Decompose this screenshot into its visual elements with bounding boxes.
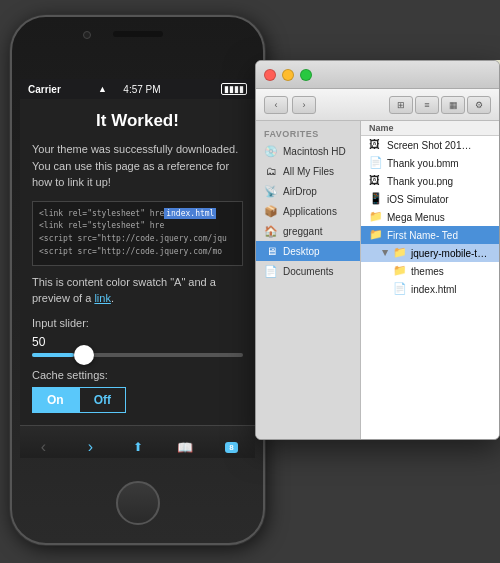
sidebar-label-all-my-files: All My Files (283, 166, 334, 177)
list-view-icon: ≡ (424, 100, 429, 110)
sidebar-label-documents: Documents (283, 266, 334, 277)
home-button[interactable] (116, 481, 160, 525)
slider-section: Input slider: 50 (32, 317, 243, 357)
file-item-jquery-mobile[interactable]: ▶ 📁 jquery-mobile-t… (361, 244, 499, 262)
thank-you-png-label: Thank you.png (387, 176, 453, 187)
forward-icon: › (88, 438, 93, 456)
screenshot-file-icon: 🖼 (369, 138, 383, 152)
back-nav-icon: ‹ (275, 100, 278, 110)
bookmarks-button[interactable]: 📖 (171, 433, 199, 458)
finder-titlebar (256, 61, 499, 89)
file-list: 🖼 Screen Shot 201… 📄 Thank you.bmm 🖼 Tha… (361, 136, 499, 298)
sidebar-label-desktop: Desktop (283, 246, 320, 257)
thank-you-bmm-icon: 📄 (369, 156, 383, 170)
ios-slider[interactable] (32, 353, 243, 357)
minimize-button[interactable] (282, 69, 294, 81)
ios-statusbar: Carrier ▲ 4:57 PM ▮▮▮▮ (20, 79, 255, 99)
thank-you-bmm-label: Thank you.bmm (387, 158, 459, 169)
time-display: 4:57 PM (107, 84, 177, 95)
finder-body: FAVORITES 💿 Macintosh HD 🗂 All My Files … (256, 121, 499, 439)
sidebar-label-macintosh-hd: Macintosh HD (283, 146, 346, 157)
cache-on-button[interactable]: On (32, 387, 79, 413)
ios-content-area[interactable]: It Worked! Your theme was successfully d… (20, 99, 255, 425)
sidebar-item-desktop[interactable]: 🖥 Desktop (256, 241, 360, 261)
all-my-files-icon: 🗂 (264, 164, 278, 178)
slider-thumb[interactable] (74, 345, 94, 365)
slider-value: 50 (32, 335, 243, 349)
iphone-camera (83, 31, 91, 39)
forward-button[interactable]: › (77, 433, 105, 458)
sidebar-label-applications: Applications (283, 206, 337, 217)
sidebar-item-macintosh-hd[interactable]: 💿 Macintosh HD (256, 141, 360, 161)
index-html-label: index.html (411, 284, 457, 295)
greggant-icon: 🏠 (264, 224, 278, 238)
forward-nav-button[interactable]: › (292, 96, 316, 114)
back-button[interactable]: ‹ (30, 433, 58, 458)
ios-link[interactable]: link (94, 292, 111, 304)
first-name-ted-label: First Name- Ted (387, 230, 458, 241)
screenshot-file-label: Screen Shot 201… (387, 140, 472, 151)
favorites-label: FAVORITES (256, 125, 360, 141)
sidebar-item-all-my-files[interactable]: 🗂 All My Files (256, 161, 360, 181)
name-column-header: Name (369, 123, 394, 133)
ios-body-text: Your theme was successfully downloaded. … (32, 141, 243, 191)
carrier-label: Carrier (28, 84, 98, 95)
themes-icon: 📁 (393, 264, 407, 278)
finder-window: ‹ › ⊞ ≡ ▦ ⚙ FAVORITES 💿 Macint (255, 60, 500, 440)
disclosure-triangle: ▶ (381, 249, 390, 257)
close-button[interactable] (264, 69, 276, 81)
file-item-thank-you-png[interactable]: 🖼 Thank you.png (361, 172, 499, 190)
jquery-mobile-icon: 📁 (393, 246, 407, 260)
column-view-button[interactable]: ▦ (441, 96, 465, 114)
themes-label: themes (411, 266, 444, 277)
index-html-icon: 📄 (393, 282, 407, 296)
sidebar-item-documents[interactable]: 📄 Documents (256, 261, 360, 281)
wifi-icon: ▲ (98, 84, 107, 94)
column-header-row: Name (361, 121, 499, 136)
ios-page-title: It Worked! (32, 111, 243, 131)
file-item-ios-simulator[interactable]: 📱 iOS Simulator (361, 190, 499, 208)
maximize-button[interactable] (300, 69, 312, 81)
ios-para2: This is content color swatch "A" and a p… (32, 274, 243, 307)
jquery-mobile-label: jquery-mobile-t… (411, 248, 487, 259)
ios-simulator-icon: 📱 (369, 192, 383, 206)
para2-text: This is content color swatch "A" and a p… (32, 276, 216, 305)
file-item-thank-you-bmm[interactable]: 📄 Thank you.bmm (361, 154, 499, 172)
macintosh-hd-icon: 💿 (264, 144, 278, 158)
sidebar-item-applications[interactable]: 📦 Applications (256, 201, 360, 221)
bookmarks-icon: 📖 (177, 440, 193, 455)
finder-sidebar: FAVORITES 💿 Macintosh HD 🗂 All My Files … (256, 121, 361, 439)
icon-view-button[interactable]: ⊞ (389, 96, 413, 114)
file-item-screenshot[interactable]: 🖼 Screen Shot 201… (361, 136, 499, 154)
iphone-speaker (113, 31, 163, 37)
file-item-mega-menus[interactable]: 📁 Mega Menus (361, 208, 499, 226)
cache-label: Cache settings: (32, 369, 243, 381)
iphone-device: Carrier ▲ 4:57 PM ▮▮▮▮ It Worked! Your t… (10, 15, 265, 545)
cache-section: Cache settings: On Off (32, 369, 243, 413)
cache-off-button[interactable]: Off (79, 387, 126, 413)
finder-file-list[interactable]: Name 🖼 Screen Shot 201… 📄 Thank you.bmm … (361, 121, 499, 439)
ios-toolbar: ‹ › ⬆ 📖 8 (20, 425, 255, 458)
share-button[interactable]: ⬆ (124, 433, 152, 458)
file-item-index-html[interactable]: 📄 index.html (361, 280, 499, 298)
list-view-button[interactable]: ≡ (415, 96, 439, 114)
documents-icon: 📄 (264, 264, 278, 278)
tabs-button[interactable]: 8 (218, 433, 246, 458)
iphone-screen: Carrier ▲ 4:57 PM ▮▮▮▮ It Worked! Your t… (20, 79, 255, 458)
share-icon: ⬆ (133, 440, 143, 454)
applications-icon: 📦 (264, 204, 278, 218)
sidebar-item-airdrop[interactable]: 📡 AirDrop (256, 181, 360, 201)
sidebar-item-greggant[interactable]: 🏠 greggant (256, 221, 360, 241)
sidebar-label-greggant: greggant (283, 226, 322, 237)
slider-label: Input slider: (32, 317, 243, 329)
icon-view-icon: ⊞ (397, 100, 405, 110)
airdrop-icon: 📡 (264, 184, 278, 198)
desktop-icon: 🖥 (264, 244, 278, 258)
slider-fill (32, 353, 74, 357)
back-nav-button[interactable]: ‹ (264, 96, 288, 114)
file-item-first-name-ted[interactable]: 📁 First Name- Ted (361, 226, 499, 244)
mega-menus-icon: 📁 (369, 210, 383, 224)
file-item-themes[interactable]: 📁 themes (361, 262, 499, 280)
settings-button[interactable]: ⚙ (467, 96, 491, 114)
mega-menus-label: Mega Menus (387, 212, 445, 223)
